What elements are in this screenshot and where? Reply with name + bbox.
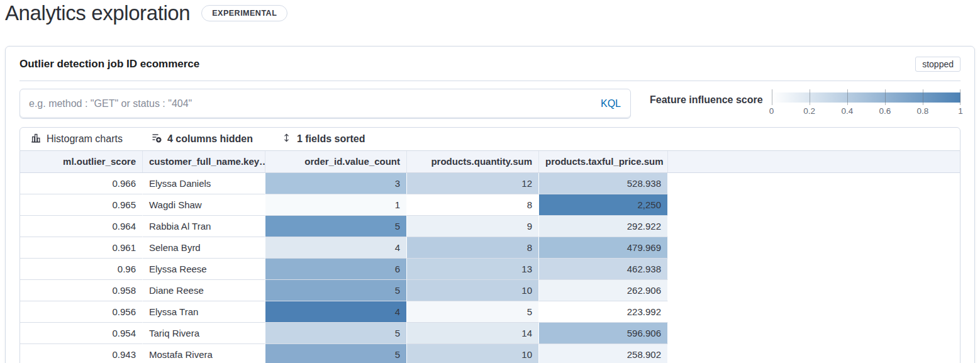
columns-hidden-label: 4 columns hidden (167, 133, 253, 145)
grid-cell[interactable]: 0.943 (20, 344, 143, 363)
gradient-tick-label: 0.2 (803, 106, 815, 116)
panel-header: Outlier detection job ID ecommerce stopp… (19, 57, 961, 72)
grid-row: 0.964Rabbia Al Tran59292.922 (20, 216, 960, 237)
grid-cell[interactable]: 292.922 (539, 216, 668, 237)
grid-cell[interactable]: 596.906 (539, 323, 668, 344)
grid-cell[interactable]: 8 (407, 194, 539, 216)
list-add-icon (152, 133, 162, 145)
grid-cell[interactable]: 4 (265, 301, 407, 323)
job-title: Outlier detection job ID ecommerce (19, 58, 199, 70)
grid-cell[interactable]: 5 (265, 323, 407, 344)
gradient-tick-label: 0.4 (841, 106, 853, 116)
grid-cell[interactable]: 223.992 (539, 301, 668, 323)
grid-cell[interactable]: 0.965 (20, 194, 143, 216)
grid-cell[interactable]: 0.966 (20, 173, 143, 194)
grid-cell[interactable]: 9 (407, 216, 539, 237)
column-header-0[interactable]: ml.outlier_score (20, 151, 143, 172)
fields-sorted-label: 1 fields sorted (297, 133, 365, 145)
column-header-2[interactable]: order_id.value_count (265, 151, 407, 172)
fields-sorted-button[interactable]: 1 fields sorted (282, 133, 365, 145)
grid-cell[interactable]: 0.96 (20, 259, 143, 280)
grid-row: 0.956Elyssa Tran45223.992 (20, 301, 960, 323)
grid-cell[interactable]: 462.938 (539, 259, 668, 280)
sort-icon (282, 133, 291, 145)
grid-cell[interactable]: 2,250 (539, 194, 668, 216)
grid-row: 0.954Tariq Rivera514596.906 (20, 323, 960, 344)
grid-cell[interactable]: Diane Reese (143, 280, 265, 301)
gradient-tick (885, 89, 886, 105)
row-filler (668, 237, 960, 259)
grid-cell[interactable]: Tariq Rivera (143, 323, 265, 344)
gradient-bar (772, 92, 961, 103)
column-header-3[interactable]: products.quantity.sum (407, 151, 539, 172)
grid-toolbar: Histogram charts 4 columns hidden (19, 127, 961, 151)
panel-divider (19, 81, 961, 81)
grid-cell[interactable]: Selena Byrd (143, 237, 265, 259)
grid-row: 0.965Wagdi Shaw182,250 (20, 194, 960, 216)
row-filler (668, 280, 960, 301)
grid-cell[interactable]: Rabbia Al Tran (143, 216, 265, 237)
results-data-grid: ml.outlier_scorecustomer_full_name.key…o… (19, 151, 961, 363)
grid-cell[interactable]: 0.954 (20, 323, 143, 344)
grid-row: 0.966Elyssa Daniels312528.938 (20, 173, 960, 194)
histogram-charts-button[interactable]: Histogram charts (31, 133, 123, 145)
gradient-tick-label: 1 (958, 106, 963, 116)
column-header-1[interactable]: customer_full_name.key… (143, 151, 265, 172)
grid-cell[interactable]: Wagdi Shaw (143, 194, 265, 216)
grid-cell[interactable]: Mostafa Rivera (143, 344, 265, 363)
gradient-tick-label: 0.6 (879, 106, 891, 116)
grid-cell[interactable]: 1 (265, 194, 407, 216)
grid-cell[interactable]: Elyssa Daniels (143, 173, 265, 194)
grid-cell[interactable]: 5 (265, 216, 407, 237)
gradient-tick (810, 89, 810, 105)
grid-cell[interactable]: 5 (265, 344, 407, 363)
row-filler (668, 194, 960, 216)
histogram-icon (31, 133, 41, 145)
feature-influence-label: Feature influence score (650, 89, 763, 106)
grid-cell[interactable]: 0.961 (20, 237, 143, 259)
grid-cell[interactable]: 262.906 (539, 280, 668, 301)
row-filler (668, 216, 960, 237)
gradient-tick (847, 89, 848, 105)
grid-row: 0.961Selena Byrd48479.969 (20, 237, 960, 259)
outlier-detection-panel: Outlier detection job ID ecommerce stopp… (5, 46, 975, 363)
grid-cell[interactable]: 0.964 (20, 216, 143, 237)
grid-cell[interactable]: 8 (407, 237, 539, 259)
grid-cell[interactable]: Elyssa Tran (143, 301, 265, 323)
gradient-tick (923, 89, 923, 105)
grid-cell[interactable]: 258.902 (539, 344, 668, 363)
page-header: Analytics exploration EXPERIMENTAL (0, 0, 980, 25)
grid-cell[interactable]: Elyssa Reese (143, 259, 265, 280)
grid-cell[interactable]: 479.969 (539, 237, 668, 259)
grid-row: 0.958Diane Reese510262.906 (20, 280, 960, 301)
header-filler (668, 151, 960, 172)
gradient-tick (960, 89, 961, 105)
gradient-tick-label: 0 (769, 106, 774, 116)
feature-influence-legend: Feature influence score 00.20.40.60.81 (650, 89, 961, 118)
grid-cell[interactable]: 13 (407, 259, 539, 280)
histogram-charts-label: Histogram charts (47, 133, 123, 145)
kql-button[interactable]: KQL (591, 98, 630, 109)
grid-cell[interactable]: 10 (407, 344, 539, 363)
grid-cell[interactable]: 5 (407, 301, 539, 323)
grid-cell[interactable]: 0.958 (20, 280, 143, 301)
grid-header: ml.outlier_scorecustomer_full_name.key…o… (20, 151, 960, 173)
status-badge: stopped (915, 57, 961, 72)
grid-cell[interactable]: 528.938 (539, 173, 668, 194)
grid-cell[interactable]: 12 (407, 173, 539, 194)
grid-cell[interactable]: 4 (265, 237, 407, 259)
row-filler (668, 323, 960, 344)
grid-cell[interactable]: 0.956 (20, 301, 143, 323)
grid-cell[interactable]: 6 (265, 259, 407, 280)
grid-cell[interactable]: 5 (265, 280, 407, 301)
columns-hidden-button[interactable]: 4 columns hidden (152, 133, 253, 145)
page-title: Analytics exploration (5, 1, 190, 25)
feature-influence-scale: 00.20.40.60.81 (772, 89, 961, 118)
grid-cell[interactable]: 10 (407, 280, 539, 301)
grid-cell[interactable]: 14 (407, 323, 539, 344)
search-box: KQL (19, 89, 631, 119)
column-header-4[interactable]: products.taxful_price.sum (539, 151, 668, 172)
query-row: KQL Feature influence score 00.20.40.60.… (19, 89, 961, 119)
search-input[interactable] (20, 98, 591, 109)
grid-cell[interactable]: 3 (265, 173, 407, 194)
